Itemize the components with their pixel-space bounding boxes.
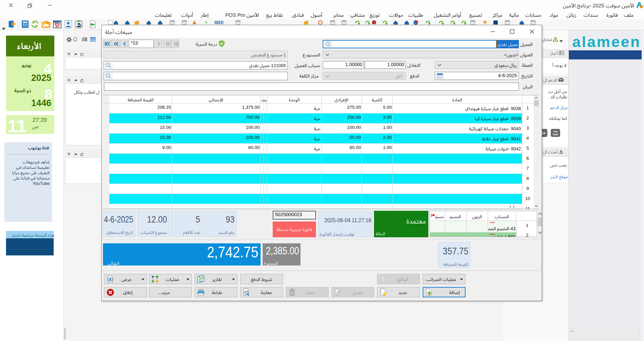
- svg-text:Tube: Tube: [552, 133, 558, 136]
- svg-text:You: You: [553, 130, 558, 133]
